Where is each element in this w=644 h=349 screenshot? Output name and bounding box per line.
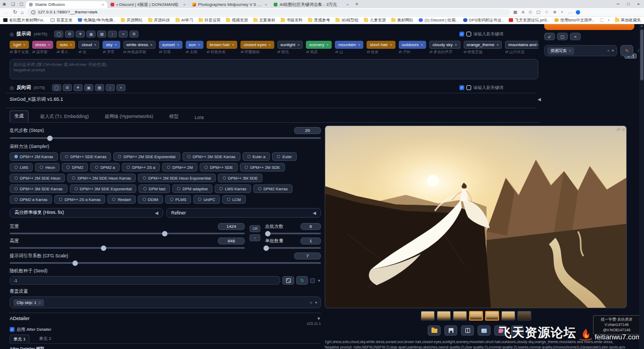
- prompt-tag[interactable]: 1girl× ⇄ 单个女孩: [10, 41, 29, 55]
- prompt-tag[interactable]: cloudy sky× ⇄ 多云的天空: [429, 41, 460, 55]
- open-folder-button[interactable]: [428, 325, 441, 336]
- clear-icon[interactable]: ×: [310, 300, 312, 305]
- sampler-option[interactable]: DPM++ SDE: [200, 163, 238, 172]
- tag-remove-icon[interactable]: ×: [198, 43, 200, 47]
- paste-params-button[interactable]: ↙: [544, 33, 555, 40]
- prompt-tag[interactable]: cloud× ⇄ 云: [78, 41, 99, 55]
- browser-profile-icon[interactable]: ◉: [0, 2, 9, 6]
- tag-remove-icon[interactable]: ×: [94, 43, 96, 47]
- browser-essentials-icon[interactable]: +: [561, 10, 564, 14]
- tag-remove-icon[interactable]: ×: [150, 43, 152, 47]
- sampler-option[interactable]: DPM fast: [138, 184, 170, 193]
- prompt-tag[interactable]: closed eyes× ⇄ 闭着眼睛: [240, 41, 274, 55]
- bookmark-item[interactable]: 开源网站: [121, 18, 143, 23]
- back-icon[interactable]: ←: [4, 9, 10, 15]
- refiner-accordion[interactable]: Refiner ◀: [166, 208, 321, 218]
- tab-close-icon[interactable]: ×: [101, 2, 104, 7]
- sampler-option[interactable]: DPM++ 2M SDE Heun Exponential: [138, 174, 216, 182]
- width-value[interactable]: 1424: [218, 223, 245, 230]
- random-seed-dice-button[interactable]: [282, 276, 294, 285]
- steps-slider[interactable]: [10, 137, 321, 139]
- sampler-option[interactable]: DPM adaptive: [172, 184, 213, 193]
- tag-remove-icon[interactable]: ×: [70, 43, 72, 47]
- bookmark-item[interactable]: 3D模型组: [335, 18, 358, 23]
- import-icon[interactable]: ▼: [74, 84, 83, 91]
- prompt-tag[interactable]: sky× ⇄ 天空: [103, 41, 120, 55]
- sampler-option[interactable]: DPM++ 2S a Karras: [54, 195, 105, 204]
- hires-off-button[interactable]: Off: [250, 225, 260, 232]
- sampler-option[interactable]: Euler a: [243, 152, 270, 161]
- cfg-value[interactable]: 7: [294, 253, 321, 259]
- sampler-option[interactable]: DPM++ 2S a: [122, 163, 160, 172]
- tab-item[interactable]: 嵌入式 (T.I. Embedding): [36, 112, 93, 122]
- image-expand-icon[interactable]: ↗: [617, 127, 620, 132]
- sampler-option[interactable]: DPM2 Karras: [253, 184, 292, 193]
- gallery-thumbnail[interactable]: [517, 311, 531, 321]
- scroll-up-icon[interactable]: ▲: [639, 24, 644, 27]
- browser-tab[interactable]: • Discord | #频道 | DONGMAN绘 ×: [107, 1, 189, 8]
- prompt-tag[interactable]: orange_theme× ⇄ 橙色主题: [464, 41, 502, 55]
- tab-item[interactable]: Lora: [190, 113, 208, 122]
- bookmark-item[interactable]: 电脑版/华为电脑..: [78, 18, 115, 23]
- favorite-star-icon[interactable]: ☆: [545, 10, 548, 14]
- clear-icon[interactable]: ×: [119, 31, 128, 38]
- tag-remove-icon[interactable]: ×: [358, 43, 360, 47]
- keyword-input[interactable]: [466, 32, 471, 36]
- batch-size-slider[interactable]: [265, 247, 321, 249]
- override-settings-dropdown[interactable]: Clip skip: 1× ×▾: [10, 296, 321, 308]
- generate-button[interactable]: [544, 24, 634, 30]
- keyword-input[interactable]: [466, 85, 471, 90]
- settings-icon[interactable]: ⚙: [63, 84, 72, 91]
- tab-actions-icon[interactable]: ▢: [17, 2, 26, 6]
- cfg-slider[interactable]: [10, 262, 321, 264]
- tab-close-icon[interactable]: ×: [346, 2, 349, 7]
- tab-item[interactable]: 生成: [10, 110, 28, 122]
- home-icon[interactable]: ⌂: [20, 9, 24, 15]
- prompt-tag[interactable]: short hair× ⇄ 短发: [367, 41, 395, 55]
- sixgod-accordion[interactable]: SixGod_K提示词 v1.65.1 ◀: [10, 96, 541, 103]
- extra-seed-checkbox[interactable]: [310, 278, 315, 283]
- sampler-option[interactable]: LCM: [222, 195, 246, 204]
- sort-icon[interactable]: ↕: [106, 84, 115, 91]
- bookmark-item[interactable]: 灵感参考: [308, 18, 330, 23]
- styles-dropdown[interactable]: 插画写实× × ▾: [544, 45, 617, 56]
- tag-remove-icon[interactable]: ×: [48, 43, 50, 47]
- refresh-icon[interactable]: ↻: [13, 9, 17, 15]
- prompt-tag[interactable]: sunset× ⇄ 日落: [159, 41, 182, 55]
- chevron-down-icon[interactable]: ▾: [612, 48, 614, 53]
- seed-input[interactable]: [10, 276, 280, 285]
- tag-remove-icon[interactable]: ×: [232, 43, 234, 47]
- tag-remove-icon[interactable]: ×: [23, 43, 25, 47]
- bookmark-item[interactable]: 视频资源: [226, 18, 248, 23]
- window-close-button[interactable]: ×: [637, 2, 640, 6]
- clear-icon[interactable]: ×: [116, 84, 126, 91]
- width-slider[interactable]: [10, 233, 245, 234]
- gallery-thumbnail[interactable]: [469, 311, 483, 321]
- split-screen-icon[interactable]: ▢: [537, 10, 541, 14]
- window-maximize-button[interactable]: □: [627, 2, 630, 6]
- prompt-tag[interactable]: scenery× ⇄ 风景: [306, 41, 332, 55]
- gallery-thumbnail[interactable]: [501, 311, 515, 321]
- save-zip-button[interactable]: [461, 325, 474, 336]
- gallery-thumbnail[interactable]: [485, 311, 499, 321]
- adetailer-tab-2[interactable]: 单元 2: [36, 335, 55, 343]
- tag-remove-icon[interactable]: ×: [326, 43, 328, 47]
- sampler-option[interactable]: DPM++ 2M SDE Heun Karras: [67, 174, 136, 182]
- extensions-grid-icon[interactable]: ▦: [513, 10, 517, 14]
- save-icon[interactable]: ▣: [84, 84, 93, 91]
- new-tab-button[interactable]: +: [355, 1, 358, 7]
- accordion-collapse-icon[interactable]: ◀: [155, 211, 158, 216]
- adetailer-accordion[interactable]: ADetailer ▼: [10, 313, 321, 321]
- browser-tab[interactable]: AI绘图社区关键词合集 - 3万元 ×: [270, 1, 352, 8]
- site-info-icon[interactable]: i: [31, 10, 35, 14]
- bookmark-item[interactable]: 书籍资料: [281, 18, 303, 23]
- save-icon[interactable]: ▣: [86, 31, 96, 38]
- scrollbar-thumb[interactable]: [640, 29, 643, 80]
- dictionary-icon[interactable]: ▦: [97, 31, 106, 38]
- sampler-option[interactable]: Heun: [35, 163, 60, 172]
- sampler-option[interactable]: DPM++ SDE Karras: [60, 152, 111, 161]
- height-value[interactable]: 848: [218, 237, 245, 244]
- prompt-tag[interactable]: sunlight× ⇄ 阳光: [277, 41, 303, 55]
- browser-tab[interactable]: Photographers Midjourney V 5 … ×: [189, 1, 270, 8]
- adetailer-enable-checkbox[interactable]: ✓: [10, 327, 14, 332]
